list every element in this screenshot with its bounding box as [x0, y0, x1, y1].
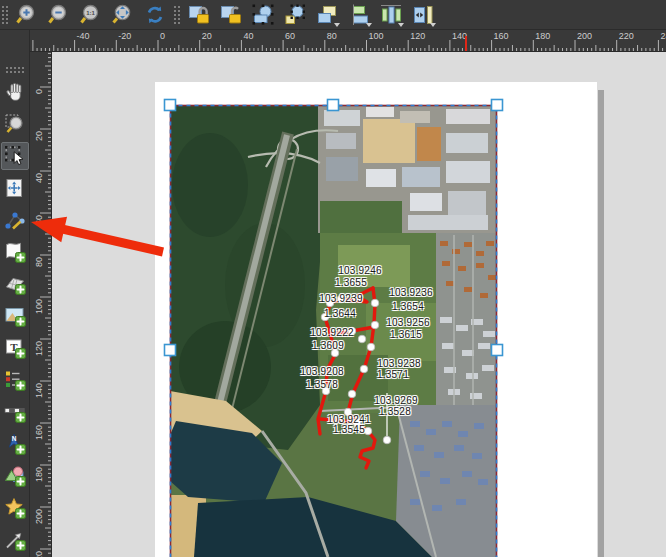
top-toolbar: [0, 0, 666, 30]
svg-text:220: 220: [619, 31, 634, 41]
add-shape-button[interactable]: [1, 462, 29, 490]
dropdown-arrow-icon: [398, 23, 404, 27]
add-label-icon: [3, 336, 27, 360]
coordinate-label: 103.9269: [374, 395, 417, 406]
coordinate-label: 103.9208: [300, 366, 343, 377]
add-north-arrow-icon: [3, 432, 27, 456]
svg-text:200: 200: [34, 509, 44, 524]
zoom-out-button[interactable]: [45, 1, 73, 29]
coordinate-label: 1.3654: [392, 301, 424, 312]
svg-text:20: 20: [202, 31, 212, 41]
svg-text:40: 40: [243, 31, 253, 41]
distribute-items-button[interactable]: [377, 1, 405, 29]
svg-text:60: 60: [285, 31, 295, 41]
toolbar-grip-handle[interactable]: [1, 5, 9, 25]
zoom-actual-icon: [79, 3, 103, 27]
top-ruler: -40-20020406080100120140160180200220240: [30, 30, 666, 52]
svg-text:120: 120: [410, 31, 425, 41]
coordinate-label: 1.3644: [324, 308, 356, 319]
edit-nodes-item-button[interactable]: [1, 206, 29, 234]
svg-text:180: 180: [34, 467, 44, 482]
resize-items-button[interactable]: [409, 1, 437, 29]
svg-text:140: 140: [34, 383, 44, 398]
toolbar-grip-handle[interactable]: [5, 66, 25, 74]
svg-text:200: 200: [577, 31, 592, 41]
lock-items-button[interactable]: [185, 1, 213, 29]
map-item[interactable]: 103.92461.3655103.9236103.92391.36541.36…: [170, 105, 497, 557]
zoom-in-button[interactable]: [13, 1, 41, 29]
zoom-actual-button[interactable]: [77, 1, 105, 29]
dropdown-arrow-icon: [366, 23, 372, 27]
pan-icon: [3, 80, 27, 104]
coordinate-label: 1.3578: [306, 379, 338, 390]
add-label-button[interactable]: [1, 334, 29, 362]
svg-text:160: 160: [494, 31, 509, 41]
raise-items-button[interactable]: [313, 1, 341, 29]
svg-text:80: 80: [327, 31, 337, 41]
svg-text:100: 100: [34, 299, 44, 314]
left-ruler: 020406080100120140160180200220: [30, 52, 52, 557]
coordinate-label: 103.9236: [389, 287, 432, 298]
zoom-full-button[interactable]: [109, 1, 137, 29]
add-picture-icon: [3, 304, 27, 328]
align-items-button[interactable]: [345, 1, 373, 29]
svg-text:160: 160: [34, 425, 44, 440]
zoom-in-icon: [15, 3, 39, 27]
svg-text:0: 0: [34, 89, 44, 94]
move-content-icon: [3, 176, 27, 200]
select-move-item-button[interactable]: [1, 142, 29, 170]
zoom-out-icon: [47, 3, 71, 27]
dropdown-arrow-icon: [334, 23, 340, 27]
refresh-view-button[interactable]: [141, 1, 169, 29]
svg-text:60: 60: [34, 215, 44, 225]
add-picture-button[interactable]: [1, 302, 29, 330]
add-scalebar-button[interactable]: [1, 398, 29, 426]
unlock-all-items-button[interactable]: [217, 1, 245, 29]
zoom-tool-button[interactable]: [1, 110, 29, 138]
svg-text:0: 0: [160, 31, 165, 41]
coordinate-label: 103.9239: [319, 293, 362, 304]
add-3d-map-button[interactable]: [1, 270, 29, 298]
coordinate-label: 103.9256: [386, 317, 429, 328]
coordinate-label: 1.3528: [379, 406, 411, 417]
group-icon: [251, 3, 275, 27]
coordinate-label: 1.3615: [390, 329, 422, 340]
pan-layout-button[interactable]: [1, 78, 29, 106]
svg-text:100: 100: [369, 31, 384, 41]
zoom-full-icon: [111, 3, 135, 27]
ungroup-items-button[interactable]: [281, 1, 309, 29]
svg-text:-40: -40: [77, 31, 90, 41]
add-3d-map-icon: [3, 272, 27, 296]
left-toolbar: [0, 30, 30, 557]
svg-text:240: 240: [660, 31, 666, 41]
add-map-button[interactable]: [1, 238, 29, 266]
coordinate-label: 1.3609: [312, 340, 344, 351]
svg-text:120: 120: [34, 341, 44, 356]
print-layout-window: 103.92461.3655103.9236103.92391.36541.36…: [0, 0, 666, 557]
group-items-button[interactable]: [249, 1, 277, 29]
coordinate-label: 103.9222: [310, 327, 353, 338]
add-legend-icon: [3, 368, 27, 392]
svg-text:20: 20: [34, 131, 44, 141]
lock-icon: [187, 3, 211, 27]
dropdown-arrow-icon: [430, 23, 436, 27]
move-item-content-button[interactable]: [1, 174, 29, 202]
add-legend-button[interactable]: [1, 366, 29, 394]
coordinate-label: 103.9238: [377, 358, 420, 369]
coordinate-labels-layer: 103.92461.3655103.9236103.92391.36541.36…: [170, 105, 497, 557]
add-arrow-button[interactable]: [1, 526, 29, 554]
add-scalebar-icon: [3, 400, 27, 424]
coordinate-label: 1.3655: [335, 277, 367, 288]
add-marker-icon: [3, 496, 27, 520]
svg-text:220: 220: [34, 551, 44, 557]
coordinate-label: 1.3571: [377, 369, 409, 380]
edit-nodes-icon: [3, 208, 27, 232]
svg-text:180: 180: [535, 31, 550, 41]
add-north-arrow-button[interactable]: [1, 430, 29, 458]
toolbar-grip-handle[interactable]: [173, 5, 181, 25]
add-marker-button[interactable]: [1, 494, 29, 522]
zoom-tool-icon: [3, 112, 27, 136]
coordinate-label: 103.9246: [338, 265, 381, 276]
add-shape-icon: [3, 464, 27, 488]
svg-text:40: 40: [34, 173, 44, 183]
